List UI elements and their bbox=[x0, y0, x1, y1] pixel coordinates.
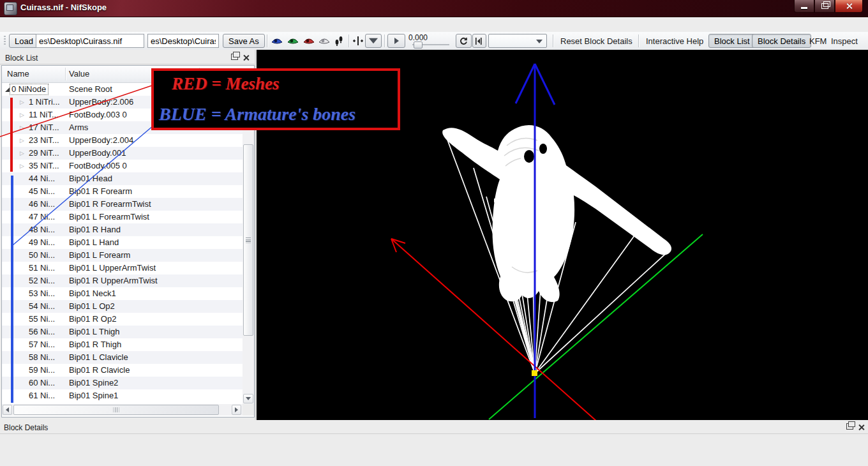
play-icon bbox=[394, 38, 399, 44]
scroll-up-button[interactable] bbox=[243, 84, 253, 93]
origin-marker bbox=[532, 370, 537, 376]
table-row[interactable]: 57 Ni... Bip01 R Thigh bbox=[2, 338, 243, 351]
table-row[interactable]: 29 NiT... UpperBody.001 bbox=[2, 147, 243, 160]
expander-icon[interactable] bbox=[20, 214, 26, 220]
expander-icon[interactable] bbox=[20, 227, 26, 233]
table-row[interactable]: 58 Ni... Bip01 L Clavicle bbox=[2, 351, 243, 364]
eye-plain-icon[interactable] bbox=[318, 34, 331, 47]
table-row[interactable]: 51 Ni... Bip01 L UpperArmTwist bbox=[2, 262, 243, 274]
row-name: 48 Ni... bbox=[29, 225, 55, 234]
block-list-toggle-button[interactable]: Block List bbox=[708, 34, 756, 48]
table-row[interactable]: 11 NiT... FootBody.003 0 bbox=[2, 109, 243, 121]
scroll-right-button[interactable] bbox=[232, 405, 241, 415]
footsteps-icon[interactable] bbox=[333, 34, 345, 47]
vertical-scrollbar[interactable] bbox=[243, 83, 254, 404]
expander-icon[interactable] bbox=[20, 201, 26, 207]
float-panel-icon[interactable] bbox=[231, 54, 238, 60]
table-row[interactable]: 50 Ni... Bip01 L Forearm bbox=[2, 249, 243, 262]
column-header-name[interactable]: Name bbox=[7, 69, 29, 79]
animation-select[interactable] bbox=[488, 34, 547, 48]
table-row[interactable]: 46 Ni... Bip01 R ForearmTwist bbox=[2, 198, 243, 211]
column-resize-handle[interactable] bbox=[65, 68, 66, 80]
horizontal-scrollbar[interactable] bbox=[2, 404, 243, 416]
expander-icon[interactable] bbox=[5, 87, 10, 92]
table-row[interactable]: 54 Ni... Bip01 L Op2 bbox=[2, 300, 243, 313]
table-row[interactable]: 45 Ni... Bip01 R Forearm bbox=[2, 185, 243, 198]
scroll-down-button[interactable] bbox=[243, 394, 253, 403]
expander-icon[interactable] bbox=[20, 342, 26, 348]
table-row[interactable]: 1 NiTri... UpperBody:2.006 bbox=[2, 96, 243, 109]
table-row[interactable]: 44 Ni... Bip01 Head bbox=[2, 172, 243, 185]
table-row[interactable]: 60 Ni... Bip01 Spine2 bbox=[2, 377, 243, 389]
load-button[interactable]: Load bbox=[9, 34, 39, 48]
inspect-button[interactable]: Inspect bbox=[827, 34, 862, 48]
expander-icon[interactable] bbox=[20, 150, 26, 156]
expander-icon[interactable] bbox=[20, 393, 26, 399]
row-name: 35 NiT... bbox=[29, 161, 59, 170]
table-row[interactable]: 0 NiNode Scene Root bbox=[2, 83, 243, 96]
scrollbar-thumb[interactable] bbox=[13, 405, 219, 415]
loop-button[interactable] bbox=[456, 34, 472, 48]
expander-icon[interactable] bbox=[20, 252, 26, 259]
expander-icon[interactable] bbox=[20, 278, 26, 284]
table-row[interactable]: 47 Ni... Bip01 L ForearmTwist bbox=[2, 211, 243, 223]
eye-green-icon[interactable] bbox=[287, 34, 299, 47]
expander-icon[interactable] bbox=[20, 239, 26, 246]
scroll-left-button[interactable] bbox=[3, 405, 12, 415]
table-row[interactable]: 55 Ni... Bip01 R Op2 bbox=[2, 313, 243, 326]
axis-dropdown-button[interactable] bbox=[365, 34, 382, 48]
reset-block-details-button[interactable]: Reset Block Details bbox=[557, 34, 636, 48]
table-row[interactable]: 17 NiT... Arms bbox=[2, 121, 243, 134]
table-row[interactable]: 48 Ni... Bip01 R Hand bbox=[2, 223, 243, 236]
title-bar[interactable]: Cuirass.nif - NifSkope bbox=[0, 0, 868, 17]
maximize-button[interactable] bbox=[814, 0, 835, 13]
block-details-toggle-button[interactable]: Block Details bbox=[752, 34, 811, 48]
expander-icon[interactable] bbox=[20, 176, 26, 182]
expander-icon[interactable] bbox=[20, 303, 26, 310]
toolbar-grip[interactable] bbox=[4, 36, 6, 46]
switch-anim-button[interactable] bbox=[472, 34, 486, 48]
expander-icon[interactable] bbox=[20, 354, 26, 361]
expander-icon[interactable] bbox=[20, 265, 26, 271]
joint-handle bbox=[494, 199, 498, 202]
close-panel-icon[interactable] bbox=[858, 424, 864, 430]
time-slider-thumb[interactable] bbox=[414, 41, 423, 49]
table-row[interactable]: 35 NiT... FootBody.005 0 bbox=[2, 160, 243, 172]
column-resize-handle[interactable] bbox=[199, 68, 200, 80]
expander-icon[interactable] bbox=[20, 124, 26, 131]
float-panel-icon[interactable] bbox=[846, 423, 853, 430]
expander-icon[interactable] bbox=[20, 188, 26, 195]
scrollbar-thumb[interactable] bbox=[243, 144, 253, 336]
close-button[interactable] bbox=[835, 0, 863, 13]
expander-icon[interactable] bbox=[20, 290, 26, 297]
table-row[interactable]: 56 Ni... Bip01 L Thigh bbox=[2, 326, 243, 338]
expander-icon[interactable] bbox=[20, 380, 26, 386]
eye-blue-icon[interactable] bbox=[271, 34, 283, 47]
render-viewport[interactable] bbox=[257, 50, 868, 420]
eye-red-icon[interactable] bbox=[303, 34, 315, 47]
save-path-input[interactable] bbox=[147, 34, 219, 48]
load-path-input[interactable] bbox=[36, 34, 144, 48]
row-name: 11 NiT... bbox=[29, 110, 59, 119]
play-button[interactable] bbox=[387, 34, 405, 48]
table-row[interactable]: 53 Ni... Bip01 Neck1 bbox=[2, 287, 243, 300]
expander-icon[interactable] bbox=[20, 329, 26, 335]
axis-widget-icon[interactable] bbox=[352, 34, 364, 47]
expander-icon[interactable] bbox=[20, 112, 26, 118]
minimize-button[interactable] bbox=[794, 0, 814, 13]
expander-icon[interactable] bbox=[20, 316, 26, 322]
table-row[interactable]: 59 Ni... Bip01 R Clavicle bbox=[2, 364, 243, 377]
expander-icon[interactable] bbox=[20, 367, 26, 373]
table-row[interactable]: 52 Ni... Bip01 R UpperArmTwist bbox=[2, 274, 243, 287]
expander-icon[interactable] bbox=[20, 99, 26, 105]
save-as-button[interactable]: Save As bbox=[223, 34, 265, 48]
row-value: UpperBody:2.004 bbox=[69, 135, 133, 145]
table-row[interactable]: 49 Ni... Bip01 L Hand bbox=[2, 236, 243, 249]
column-header-value[interactable]: Value bbox=[69, 69, 89, 79]
expander-icon[interactable] bbox=[20, 163, 26, 169]
table-row[interactable]: 61 Ni... Bip01 Spine1 bbox=[2, 389, 243, 402]
expander-icon[interactable] bbox=[20, 137, 26, 144]
table-row[interactable]: 23 NiT... UpperBody:2.004 bbox=[2, 134, 243, 147]
close-panel-icon[interactable] bbox=[243, 54, 249, 60]
interactive-help-button[interactable]: Interactive Help bbox=[642, 34, 707, 48]
